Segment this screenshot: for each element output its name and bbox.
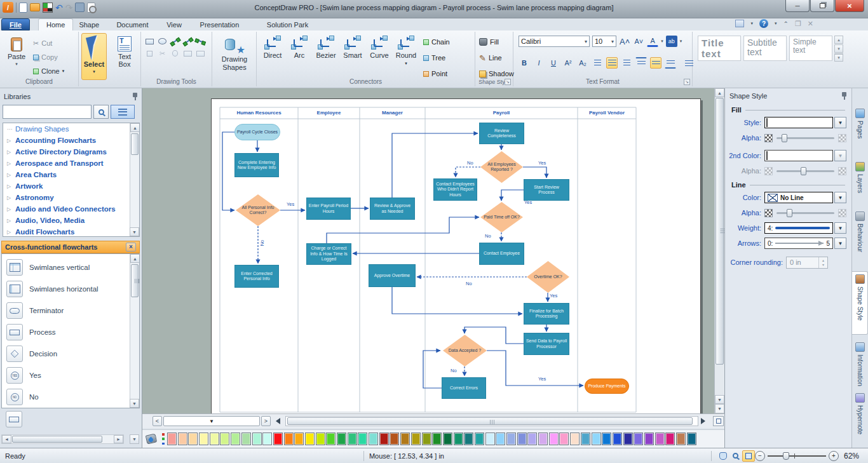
line-weight-combo[interactable]: 4: — [764, 222, 833, 234]
palette-swatch[interactable] — [506, 433, 516, 445]
grow-font-button[interactable]: A˄ — [619, 36, 630, 47]
shadow-button[interactable]: Shadow — [479, 67, 514, 80]
line-arrows-dropdown[interactable]: ▼ — [834, 238, 846, 249]
expander-icon[interactable]: ▷ — [7, 172, 12, 178]
search-button[interactable] — [93, 105, 109, 119]
smart-connector-button[interactable]: Smart — [339, 32, 366, 66]
font-color-button[interactable]: A — [647, 36, 658, 47]
palette-swatch[interactable] — [390, 433, 399, 445]
palette-swatch[interactable] — [613, 433, 622, 445]
fill-style-swatch[interactable] — [764, 117, 833, 128]
side-tab-behaviour[interactable]: Behaviour — [852, 209, 868, 266]
arc-tool-icon[interactable] — [182, 36, 194, 47]
align-center-button[interactable] — [606, 57, 618, 69]
palette-swatch[interactable] — [517, 433, 527, 445]
palette-swatch[interactable] — [220, 433, 229, 445]
palette-swatch[interactable] — [199, 433, 208, 445]
second-color-dropdown[interactable]: ▼ — [834, 150, 846, 161]
palette-swatch[interactable] — [570, 433, 580, 445]
doc-restore-icon[interactable]: ❐ — [795, 20, 801, 28]
panels-icon[interactable] — [735, 20, 744, 27]
palette-swatch[interactable] — [655, 433, 665, 445]
fill-alpha-slider[interactable] — [776, 137, 834, 139]
flow-connector[interactable] — [523, 167, 546, 178]
shrink-font-button[interactable]: A˅ — [633, 36, 644, 47]
palette-swatch[interactable] — [337, 433, 346, 445]
palette-swatch[interactable] — [178, 433, 187, 445]
clone-button[interactable]: Clone▾ — [33, 65, 64, 77]
valign-bottom-button[interactable] — [665, 57, 676, 69]
fill-style-dropdown[interactable]: ▼ — [834, 117, 846, 128]
library-hscrollbar[interactable]: ◄ ► — [1, 434, 124, 444]
ellipse-tool-icon[interactable] — [156, 36, 168, 47]
flow-node-enter-corrected-info[interactable]: Enter Corrected Personal Info — [234, 265, 279, 288]
palette-swatch[interactable] — [644, 433, 654, 445]
flyout-header[interactable]: Cross-functional flowcharts × — [1, 241, 140, 253]
expander-icon[interactable]: ▷ — [7, 229, 12, 235]
font-size-combo[interactable]: 10▾ — [592, 36, 616, 47]
font-name-combo[interactable]: Calibri▾ — [519, 36, 590, 47]
flow-connector[interactable] — [487, 351, 583, 386]
chain-button[interactable]: Chain — [423, 36, 450, 48]
palette-swatch[interactable] — [496, 433, 505, 445]
bezier-connector-button[interactable]: Bezier — [313, 32, 339, 66]
flow-node-charge-or-correct-info[interactable]: Charge or Correct Info & How Time Is Log… — [306, 243, 351, 265]
side-tab-hypernote[interactable]: Hypernote — [852, 391, 868, 446]
paint-bucket-icon[interactable] — [146, 433, 159, 445]
palette-swatch[interactable] — [687, 433, 696, 445]
shape-item-terminator[interactable]: Terminator — [2, 300, 139, 321]
palette-swatch[interactable] — [665, 433, 675, 445]
expander-icon[interactable]: ▷ — [7, 149, 12, 155]
line-alpha-slider[interactable] — [776, 212, 834, 214]
expander-icon[interactable]: ▷ — [7, 218, 12, 224]
zoom-in-button[interactable]: + — [829, 451, 839, 461]
palette-swatch[interactable] — [294, 433, 304, 445]
palette-swatch[interactable] — [210, 433, 219, 445]
flow-node-produce-payments[interactable]: Produce Payments — [585, 379, 629, 394]
expander-icon[interactable]: ▷ — [7, 206, 12, 212]
line-tool-icon[interactable] — [169, 36, 181, 47]
title-text-style[interactable]: Title text — [698, 36, 741, 61]
curve-connector-button[interactable]: Curve — [366, 32, 393, 66]
prev-page-button[interactable]: < — [153, 416, 162, 426]
combine-icon[interactable] — [182, 48, 194, 59]
hscroll-left-icon[interactable] — [276, 418, 280, 424]
gallery-down-icon[interactable]: ▾ — [834, 44, 843, 53]
library-search-input[interactable] — [3, 105, 92, 119]
flow-node-start-review-process[interactable]: Start Review Process — [524, 179, 569, 201]
palette-swatch[interactable] — [231, 433, 240, 445]
zoom-region-icon[interactable] — [729, 450, 742, 462]
palette-swatch[interactable] — [358, 433, 367, 445]
italic-button[interactable]: I — [533, 57, 545, 69]
round-connector-button[interactable]: Round▾ — [393, 32, 419, 66]
text-format-dialog-launcher[interactable]: ↘ — [684, 79, 690, 85]
corner-rounding-spinner[interactable]: 0 in▴▾ — [786, 257, 828, 269]
palette-swatch[interactable] — [559, 433, 569, 445]
palette-swatch[interactable] — [538, 433, 548, 445]
edit-vertex-icon[interactable] — [144, 48, 156, 59]
drawing-shapes-button[interactable]: ★ Drawing Shapes — [215, 34, 254, 72]
hscroll-right-icon[interactable] — [701, 418, 705, 424]
rectangle-tool-icon[interactable] — [144, 36, 156, 47]
tab-shape[interactable]: Shape — [71, 18, 107, 30]
fit-page-icon[interactable] — [742, 450, 755, 462]
simple-text-style[interactable]: Simple text — [789, 36, 832, 61]
palette-swatch[interactable] — [167, 433, 177, 445]
palette-swatch[interactable] — [305, 433, 315, 445]
fill-button[interactable]: Fill — [479, 36, 514, 48]
library-item-artwork[interactable]: ▷Artwork — [3, 180, 139, 192]
underline-button[interactable]: U — [548, 57, 559, 69]
flow-node-review-approve-as-needed[interactable]: Review & Approve as Needed — [370, 198, 415, 220]
flow-node-contact-employees-no-hours[interactable]: Contact Employees Who Didn't Report Hour… — [433, 178, 477, 201]
library-item-audio-video-media[interactable]: ▷Audio, Video, Media — [3, 215, 139, 226]
fit-page-corner-button[interactable] — [713, 416, 724, 426]
direct-connector-button[interactable]: Direct — [259, 32, 286, 66]
group-icon[interactable] — [194, 48, 207, 59]
flyout-close-icon[interactable]: × — [126, 243, 136, 252]
flow-node-finalize-for-batch[interactable]: Finalize for Batch Processing — [524, 303, 569, 325]
align-right-button[interactable] — [621, 57, 632, 69]
restore-button[interactable] — [810, 0, 834, 12]
expander-icon[interactable]: ▷ — [7, 195, 12, 201]
flow-node-approve-overtime[interactable]: Approve Overtime — [369, 264, 416, 287]
expander-icon[interactable]: ▷ — [7, 138, 12, 144]
